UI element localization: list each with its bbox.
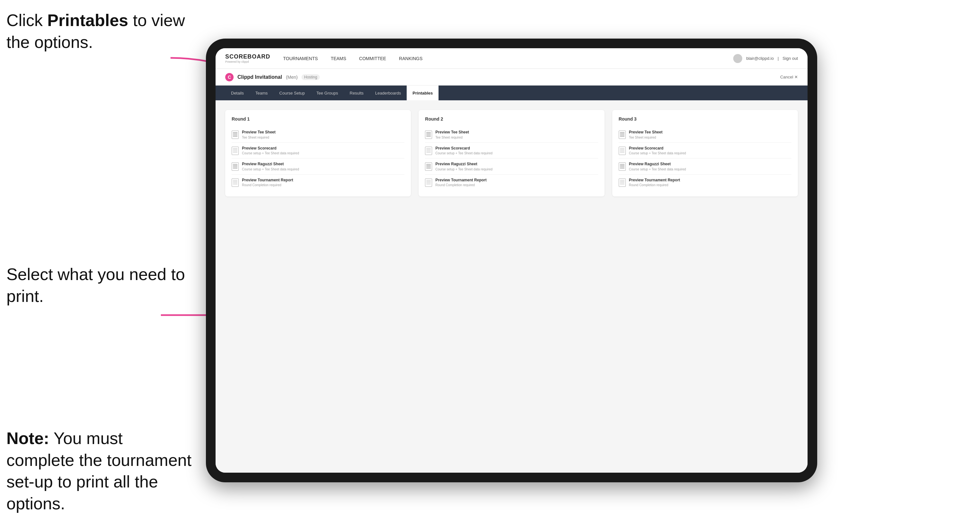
round1-item0-label: Preview Tee Sheet <box>242 130 404 135</box>
tablet-screen: SCOREBOARD Powered by clippd TOURNAMENTS… <box>216 48 808 473</box>
round-2-section: Round 2 Preview Tee Sheet Tee Sheet requ… <box>418 110 604 197</box>
round2-item3-label: Preview Tournament Report <box>435 178 598 183</box>
round-1-section: Round 1 Preview Tee Sheet Tee Sheet requ… <box>225 110 411 197</box>
tab-tee-groups[interactable]: Tee Groups <box>311 86 344 100</box>
round-1-title: Round 1 <box>232 116 404 122</box>
document-icon <box>619 147 626 155</box>
round1-item3-label: Preview Tournament Report <box>242 178 404 183</box>
round3-scorecard-text: Preview Scorecard Course setup + Tee She… <box>629 146 791 155</box>
round3-tournament-report[interactable]: Preview Tournament Report Round Completi… <box>619 175 791 190</box>
round-3-section: Round 3 Preview Tee Sheet Tee Sheet requ… <box>612 110 798 197</box>
tab-bar: Details Teams Course Setup Tee Groups Re… <box>216 86 808 100</box>
round2-item3-sub: Round Completion required <box>435 183 598 187</box>
round3-tee-sheet-text: Preview Tee Sheet Tee Sheet required <box>629 130 791 139</box>
nav-items: TOURNAMENTS TEAMS COMMITTEE RANKINGS <box>283 55 733 62</box>
tab-teams[interactable]: Teams <box>250 86 274 100</box>
round1-scorecard-text: Preview Scorecard Course setup + Tee She… <box>242 146 404 155</box>
round1-tee-sheet-text: Preview Tee Sheet Tee Sheet required <box>242 130 404 139</box>
round3-raguzzi-text: Preview Raguzzi Sheet Course setup + Tee… <box>629 162 791 171</box>
tournament-name: Clippd Invitational <box>237 74 282 80</box>
printables-bold: Printables <box>47 11 128 30</box>
document-icon <box>232 130 239 139</box>
tournament-division: (Men) <box>286 75 298 80</box>
round2-item1-label: Preview Scorecard <box>435 146 598 151</box>
sign-out-link[interactable]: Sign out <box>783 56 798 61</box>
document-icon <box>619 162 626 171</box>
round2-raguzzi[interactable]: Preview Raguzzi Sheet Course setup + Tee… <box>425 159 598 175</box>
round2-scorecard[interactable]: Preview Scorecard Course setup + Tee She… <box>425 143 598 159</box>
round1-raguzzi[interactable]: Preview Raguzzi Sheet Course setup + Tee… <box>232 159 404 175</box>
nav-right: blair@clippd.io | Sign out <box>733 54 798 63</box>
round2-item0-sub: Tee Sheet required <box>435 136 598 139</box>
round2-item2-label: Preview Raguzzi Sheet <box>435 162 598 167</box>
round2-item1-sub: Course setup + Tee Sheet data required <box>435 151 598 155</box>
round2-tournament-report[interactable]: Preview Tournament Report Round Completi… <box>425 175 598 190</box>
round1-tournament-report[interactable]: Preview Tournament Report Round Completi… <box>232 175 404 190</box>
round1-item1-label: Preview Scorecard <box>242 146 404 151</box>
round3-scorecard[interactable]: Preview Scorecard Course setup + Tee She… <box>619 143 791 159</box>
round2-tee-sheet[interactable]: Preview Tee Sheet Tee Sheet required <box>425 127 598 143</box>
tablet-device: SCOREBOARD Powered by clippd TOURNAMENTS… <box>206 38 817 482</box>
round1-item3-sub: Round Completion required <box>242 183 404 187</box>
round1-tournament-report-text: Preview Tournament Report Round Completi… <box>242 178 404 187</box>
round2-raguzzi-text: Preview Raguzzi Sheet Course setup + Tee… <box>435 162 598 171</box>
round1-item0-sub: Tee Sheet required <box>242 136 404 139</box>
round2-scorecard-text: Preview Scorecard Course setup + Tee She… <box>435 146 598 155</box>
round3-tee-sheet[interactable]: Preview Tee Sheet Tee Sheet required <box>619 127 791 143</box>
round-3-title: Round 3 <box>619 116 791 122</box>
round-2-title: Round 2 <box>425 116 598 122</box>
round2-tee-sheet-text: Preview Tee Sheet Tee Sheet required <box>435 130 598 139</box>
user-email: blair@clippd.io <box>746 56 773 61</box>
logo-subtitle: Powered by clippd <box>225 60 270 63</box>
document-icon <box>232 178 239 187</box>
round2-tournament-report-text: Preview Tournament Report Round Completi… <box>435 178 598 187</box>
round1-item2-label: Preview Raguzzi Sheet <box>242 162 404 167</box>
document-icon <box>232 147 239 155</box>
tab-details[interactable]: Details <box>225 86 250 100</box>
instruction-top: Click Printables to view the options. <box>6 10 193 53</box>
round1-raguzzi-text: Preview Raguzzi Sheet Course setup + Tee… <box>242 162 404 171</box>
round3-item0-label: Preview Tee Sheet <box>629 130 791 135</box>
tab-course-setup[interactable]: Course Setup <box>274 86 311 100</box>
round2-item0-label: Preview Tee Sheet <box>435 130 598 135</box>
document-icon <box>232 162 239 171</box>
c-logo-icon: C <box>225 73 234 81</box>
round3-item2-label: Preview Raguzzi Sheet <box>629 162 791 167</box>
nav-committee[interactable]: COMMITTEE <box>359 55 386 62</box>
round1-scorecard[interactable]: Preview Scorecard Course setup + Tee She… <box>232 143 404 159</box>
nav-tournaments[interactable]: TOURNAMENTS <box>283 55 318 62</box>
round3-item1-label: Preview Scorecard <box>629 146 791 151</box>
nav-teams[interactable]: TEAMS <box>331 55 346 62</box>
document-icon <box>619 130 626 139</box>
user-avatar <box>733 54 742 63</box>
cancel-button[interactable]: Cancel ✕ <box>780 75 798 79</box>
document-icon <box>425 162 432 171</box>
round3-item3-sub: Round Completion required <box>629 183 791 187</box>
document-icon <box>425 178 432 187</box>
nav-rankings[interactable]: RANKINGS <box>399 55 422 62</box>
instruction-middle: Select what you need to print. <box>6 264 193 307</box>
note-bold: Note: <box>6 429 49 448</box>
round3-item2-sub: Course setup + Tee Sheet data required <box>629 168 791 171</box>
tab-results[interactable]: Results <box>344 86 369 100</box>
round1-item2-sub: Course setup + Tee Sheet data required <box>242 168 404 171</box>
document-icon <box>619 178 626 187</box>
tournament-title: C Clippd Invitational (Men) Hosting <box>225 73 320 81</box>
tab-leaderboards[interactable]: Leaderboards <box>369 86 407 100</box>
round3-item0-sub: Tee Sheet required <box>629 136 791 139</box>
round3-raguzzi[interactable]: Preview Raguzzi Sheet Course setup + Tee… <box>619 159 791 175</box>
top-navigation: SCOREBOARD Powered by clippd TOURNAMENTS… <box>216 48 808 69</box>
round1-tee-sheet[interactable]: Preview Tee Sheet Tee Sheet required <box>232 127 404 143</box>
document-icon <box>425 130 432 139</box>
rounds-grid: Round 1 Preview Tee Sheet Tee Sheet requ… <box>225 110 798 197</box>
sub-header: C Clippd Invitational (Men) Hosting Canc… <box>216 69 808 86</box>
content-area: Round 1 Preview Tee Sheet Tee Sheet requ… <box>216 100 808 473</box>
round3-tournament-report-text: Preview Tournament Report Round Completi… <box>629 178 791 187</box>
logo-title: SCOREBOARD <box>225 53 270 60</box>
tab-printables[interactable]: Printables <box>407 86 439 100</box>
hosting-badge: Hosting <box>301 74 320 80</box>
scoreboard-logo: SCOREBOARD Powered by clippd <box>225 53 270 63</box>
instruction-bottom: Note: You must complete the tournament s… <box>6 428 193 514</box>
instruction-middle-text: Select what you need to print. <box>6 265 185 305</box>
round1-item1-sub: Course setup + Tee Sheet data required <box>242 151 404 155</box>
